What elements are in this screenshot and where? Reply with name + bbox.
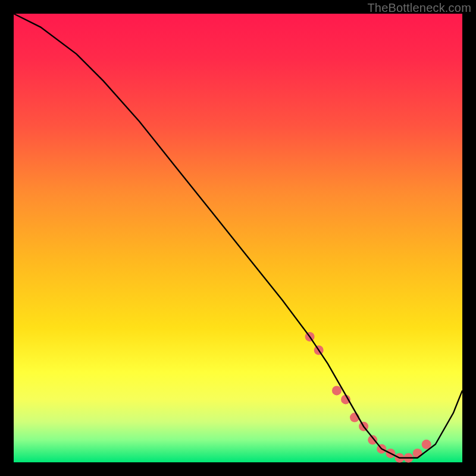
- watermark-label: TheBottleneck.com: [367, 1, 471, 15]
- highlight-dot: [422, 440, 431, 449]
- series-curve: [14, 14, 462, 458]
- highlight-dot: [413, 449, 422, 458]
- chart-svg: [14, 14, 462, 462]
- marker-group: [305, 332, 431, 463]
- highlight-dot: [332, 386, 342, 395]
- chart-plot-area: [14, 14, 462, 462]
